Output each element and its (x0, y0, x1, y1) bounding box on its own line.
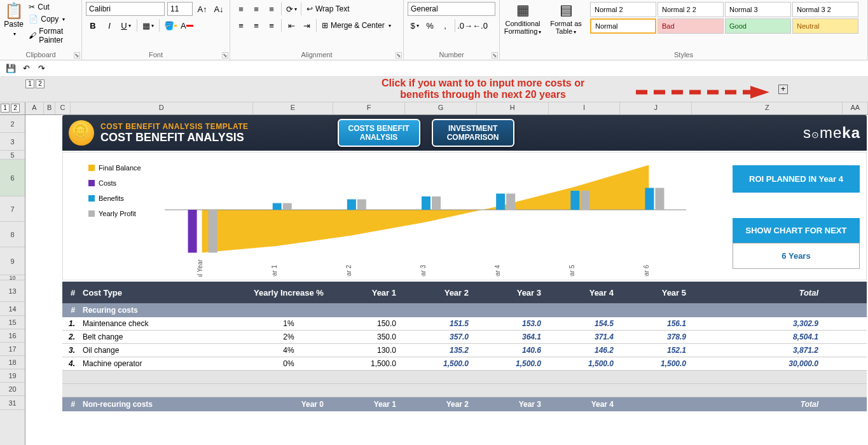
svg-rect-5 (209, 210, 217, 253)
row-31[interactable]: +31 (0, 396, 25, 410)
investment-comparison-button[interactable]: INVESTMENT COMPARISON (432, 119, 514, 147)
col-a[interactable]: A (25, 102, 45, 114)
align-left-button[interactable]: ≡ (234, 18, 248, 32)
chart-years-value[interactable]: 6 Years (733, 243, 860, 269)
increase-indent-button[interactable]: ⇥ (300, 18, 313, 32)
select-all-corner[interactable]: 1 2 (0, 102, 25, 114)
col-j[interactable]: J (620, 102, 692, 114)
col-b[interactable]: B (44, 102, 55, 114)
fill-color-button[interactable]: 🪣 (163, 18, 177, 32)
percent-format-button[interactable]: % (423, 18, 437, 32)
increase-font-button[interactable]: A↑ (195, 2, 209, 16)
decrease-indent-button[interactable]: ⇤ (284, 18, 298, 32)
table-row[interactable]: 4. Machine operator 0% 1,500.0 1,500.0 1… (62, 357, 867, 371)
col-i[interactable]: I (549, 102, 621, 114)
row-6[interactable]: 6 (0, 160, 25, 196)
style-neutral[interactable]: Neutral (792, 18, 858, 34)
col-f[interactable]: F (333, 102, 405, 114)
number-format-input[interactable] (408, 2, 495, 16)
redo-button[interactable]: ↷ (36, 63, 47, 74)
outline-expand-button[interactable]: + (778, 85, 788, 94)
col-d[interactable]: D (71, 102, 253, 114)
row-15[interactable]: 15 (0, 316, 25, 329)
col-z[interactable]: Z (692, 102, 843, 114)
conditional-formatting-button[interactable]: ▦ Conditional Formatting▾ (504, 2, 542, 35)
col-h[interactable]: H (477, 102, 549, 114)
format-as-table-button[interactable]: ▤ Format as Table▾ (547, 2, 585, 35)
row-3[interactable]: 3 (0, 133, 25, 151)
orientation-button[interactable]: ⟳▾ (284, 2, 298, 16)
col-e[interactable]: E (253, 102, 334, 114)
align-top-button[interactable]: ≡ (234, 2, 248, 16)
row-5[interactable]: 5 (0, 151, 25, 160)
italic-button[interactable]: I (102, 18, 116, 32)
sheet-content[interactable]: COST BENEFIT ANALYSIS TEMPLATE COST BENE… (25, 115, 868, 445)
roi-planned-button[interactable]: ROI PLANNED IN Year 4 (733, 165, 860, 193)
table-row[interactable]: 2. Belt change 2% 350.0 357.0 364.1 371.… (62, 331, 867, 344)
table-row[interactable]: 1. Maintenance check 1% 150.0 151.5 153.… (62, 317, 867, 331)
alignment-expand-icon[interactable]: ⬊ (396, 52, 402, 58)
row-outline-1[interactable]: 1 (1, 104, 10, 113)
row-20[interactable]: 20 (0, 383, 25, 396)
accounting-format-button[interactable]: $▾ (408, 18, 422, 32)
conditional-formatting-icon: ▦ (504, 2, 542, 18)
comma-format-button[interactable]: , (438, 18, 452, 32)
font-color-button[interactable]: A (180, 18, 194, 32)
align-middle-button[interactable]: ≡ (249, 2, 263, 16)
row-2[interactable]: 2 (0, 115, 25, 133)
save-button[interactable]: 💾 (5, 63, 17, 74)
empty-row[interactable] (62, 384, 867, 397)
merge-center-button[interactable]: ⊞Merge & Center▾ (319, 20, 399, 31)
style-normal-2-2[interactable]: Normal 2 2 (658, 2, 724, 17)
col-c[interactable]: C (55, 102, 71, 114)
col-g[interactable]: G (405, 102, 477, 114)
show-chart-next-button[interactable]: SHOW CHART FOR NEXT (733, 218, 860, 243)
style-bad[interactable]: Bad (658, 18, 724, 34)
copy-button[interactable]: 📄Copy▾ (26, 14, 78, 24)
row-7[interactable]: 7 (0, 196, 25, 222)
row-8[interactable]: 8 (0, 222, 25, 247)
style-normal-3-2[interactable]: Normal 3 2 (792, 2, 858, 17)
wrap-text-button[interactable]: ↩Wrap Text (304, 4, 374, 14)
row-19[interactable]: 19 (0, 369, 25, 383)
row-17[interactable]: 17 (0, 343, 25, 356)
col-aa[interactable]: AA (843, 102, 868, 114)
table-row[interactable]: 3. Oil change 4% 130.0 135.2 140.6 146.2… (62, 344, 867, 357)
style-normal[interactable]: Normal (590, 18, 656, 34)
number-expand-icon[interactable]: ⬊ (492, 52, 498, 58)
font-name-input[interactable] (86, 2, 165, 16)
decrease-font-button[interactable]: A↓ (212, 2, 226, 16)
row-14[interactable]: 14 (0, 302, 25, 316)
decrease-decimal-button[interactable]: ←.0 (473, 18, 487, 32)
font-group-label: Font (86, 50, 226, 58)
underline-button[interactable]: U▾ (119, 18, 133, 32)
align-right-button[interactable]: ≡ (265, 18, 279, 32)
outline-level-1[interactable]: 1 (25, 79, 34, 88)
row-18[interactable]: 18 (0, 356, 25, 369)
row-outline-2[interactable]: 2 (11, 104, 20, 113)
font-expand-icon[interactable]: ⬊ (222, 52, 228, 58)
row-10[interactable]: 10 (0, 275, 25, 280)
style-good[interactable]: Good (725, 18, 791, 34)
bold-button[interactable]: B (86, 18, 100, 32)
increase-decimal-button[interactable]: .0→ (458, 18, 472, 32)
border-button[interactable]: ▦▾ (141, 18, 155, 32)
row-16[interactable]: 16 (0, 329, 25, 343)
clipboard-expand-icon[interactable]: ⬊ (74, 52, 80, 58)
costs-benefit-analysis-button[interactable]: COSTS BENEFIT ANALYSIS (338, 119, 420, 147)
row-9[interactable]: 9 (0, 247, 25, 275)
outline-level-2[interactable]: 2 (36, 79, 45, 88)
undo-button[interactable]: ↶ (20, 63, 32, 74)
cell-styles-gallery[interactable]: Normal 2 Normal 2 2 Normal 3 Normal 3 2 … (590, 2, 864, 34)
align-bottom-button[interactable]: ≡ (265, 2, 279, 16)
style-normal-2[interactable]: Normal 2 (590, 2, 656, 17)
group-number: $▾ % , .0→ ←.0 Number ⬊ (404, 0, 500, 60)
font-size-input[interactable] (167, 2, 193, 16)
style-normal-3[interactable]: Normal 3 (725, 2, 791, 17)
align-center-button[interactable]: ≡ (249, 18, 263, 32)
paste-button[interactable]: 📋 Paste ▾ (4, 2, 24, 45)
empty-row[interactable] (62, 371, 867, 384)
cut-button[interactable]: ✂Cut (26, 2, 78, 12)
format-painter-button[interactable]: 🖌Format Painter (26, 26, 78, 45)
row-13[interactable]: 13 (0, 280, 25, 302)
